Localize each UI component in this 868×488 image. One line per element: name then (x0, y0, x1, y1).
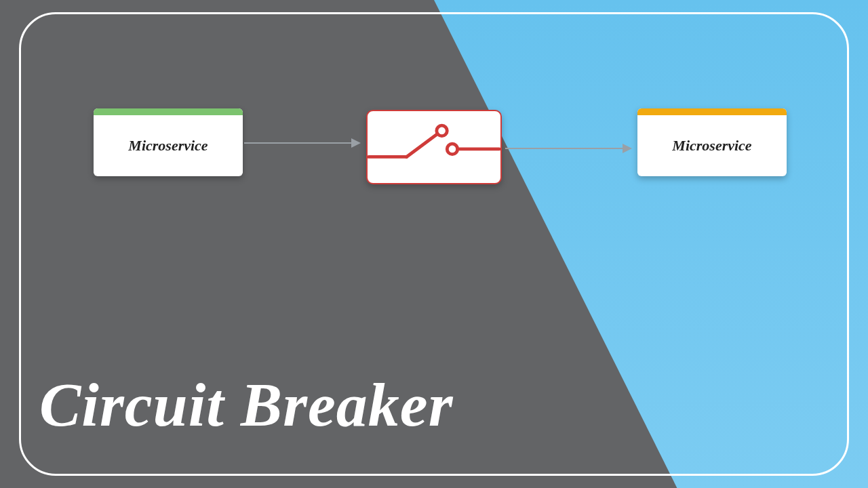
microservice-left-card: Microservice (94, 108, 243, 176)
diagram-title: Circuit Breaker (39, 369, 453, 441)
card-accent-bar (94, 108, 243, 115)
switch-open-icon (368, 111, 500, 183)
microservice-left-label: Microservice (94, 115, 243, 176)
microservice-right-card: Microservice (637, 108, 787, 176)
arrow-breaker-to-right (505, 148, 631, 149)
arrow-left-to-breaker (244, 142, 359, 144)
microservice-right-label: Microservice (637, 115, 787, 176)
card-accent-bar (637, 108, 787, 115)
circuit-breaker-box (366, 110, 502, 184)
